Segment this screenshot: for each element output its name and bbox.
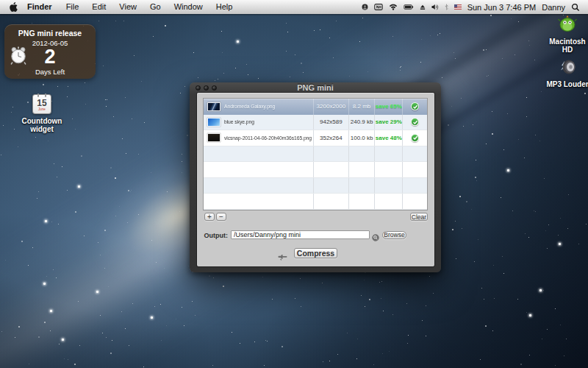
menu-bar: Finder File Edit View Go Window Help <box>0 0 588 14</box>
close-button[interactable] <box>196 85 201 91</box>
desktop-icon-macintosh-hd[interactable]: Macintosh HD <box>538 15 588 54</box>
clear-button[interactable]: Clear <box>410 213 428 221</box>
add-file-button[interactable]: + <box>204 213 215 221</box>
check-icon <box>411 102 419 110</box>
browse-button[interactable]: Browse <box>382 231 406 239</box>
status-cell <box>402 115 427 130</box>
search-folder-icon[interactable] <box>372 231 379 244</box>
menu-finder[interactable]: Finder <box>21 0 60 14</box>
countdown-widget-shortcut[interactable]: 15 June Countdown widget <box>12 94 71 133</box>
file-table: Andromeda Galaxy.png 3200x2000 8.2 mb sa… <box>203 98 428 210</box>
notification-icon[interactable] <box>374 4 383 10</box>
apple-menu[interactable] <box>0 2 21 12</box>
menu-view[interactable]: View <box>112 0 143 14</box>
widget-title: PNG mini release <box>4 29 96 38</box>
menu-file[interactable]: File <box>60 0 86 14</box>
pointing-hand-icon <box>277 251 287 264</box>
menu-help[interactable]: Help <box>209 0 240 14</box>
table-row-empty <box>204 178 427 194</box>
menu-go[interactable]: Go <box>143 0 168 14</box>
countdown-widget[interactable]: PNG mini release 2012-06-05 2 Days Left <box>4 24 96 79</box>
window-content: Andromeda Galaxy.png 3200x2000 8.2 mb sa… <box>197 93 434 266</box>
desktop-icon-mp3-louder[interactable]: MP3 Louder <box>538 58 588 88</box>
table-row[interactable]: Andromeda Galaxy.png 3200x2000 8.2 mb sa… <box>204 99 427 115</box>
png-mini-window: PNG mini Andromeda Galaxy.png 3200x2000 … <box>190 82 441 272</box>
mp3-louder-icon <box>558 58 577 76</box>
window-title: PNG mini <box>190 82 441 93</box>
table-row-empty <box>204 194 427 210</box>
file-name-cell: blue skye.png <box>204 115 313 130</box>
countdown-widget-label: Countdown widget <box>12 117 71 133</box>
thumbnail-galaxy <box>207 102 220 111</box>
desktop: Finder File Edit View Go Window Help <box>0 0 588 368</box>
output-path-field[interactable] <box>231 230 370 239</box>
macintosh-hd-label: Macintosh HD <box>538 38 588 54</box>
size-cell: 100.0 kb <box>348 130 375 146</box>
wifi-icon[interactable] <box>389 4 398 10</box>
remove-file-button[interactable]: − <box>216 213 226 221</box>
eject-icon[interactable] <box>420 4 426 10</box>
battery-icon[interactable] <box>404 4 414 10</box>
menu-clock[interactable]: Sun Jun 3 7:46 PM <box>467 3 537 12</box>
apple-icon <box>10 2 18 12</box>
bluetooth-icon[interactable] <box>445 4 448 10</box>
alarm-clock-icon <box>10 46 27 66</box>
savings-cell: save 29% <box>374 115 402 130</box>
dimensions-cell: 942x589 <box>313 115 348 130</box>
macintosh-hd-icon <box>556 15 578 33</box>
minimize-button[interactable] <box>204 85 209 91</box>
file-name-cell: Andromeda Galaxy.png <box>204 99 313 115</box>
compress-button[interactable]: Compress <box>294 248 337 258</box>
widget-days-label: Days Left <box>4 68 96 76</box>
check-icon <box>411 118 419 126</box>
volume-icon[interactable] <box>431 4 439 10</box>
calendar-icon[interactable]: 15 June <box>32 94 51 114</box>
dimensions-cell: 3200x2000 <box>313 99 348 115</box>
us-flag-icon[interactable] <box>454 4 462 10</box>
menu-edit[interactable]: Edit <box>85 0 112 14</box>
status-cell <box>402 130 427 146</box>
thumbnail-sky <box>207 118 220 127</box>
table-row-empty <box>204 162 427 178</box>
savings-cell: save 65% <box>374 99 402 115</box>
calendar-month: June <box>33 107 51 111</box>
status-cell <box>402 99 427 115</box>
file-name-cell: vlcsnap-2011-04-06-20h40m36s165.png <box>204 130 313 146</box>
menu-user[interactable]: Danny <box>542 3 565 12</box>
table-row[interactable]: blue skye.png 942x589 240.9 kb save 29% <box>204 115 427 131</box>
size-cell: 8.2 mb <box>348 99 375 115</box>
user-icon[interactable] <box>362 4 368 10</box>
menu-items: Finder File Edit View Go Window Help <box>21 0 239 14</box>
mp3-louder-label: MP3 Louder <box>538 80 588 88</box>
savings-cell: save 48% <box>374 130 402 146</box>
title-bar[interactable]: PNG mini <box>190 82 441 93</box>
check-icon <box>411 134 419 142</box>
calendar-day: 15 <box>33 99 51 107</box>
thumbnail-vlcsnap <box>207 133 220 142</box>
table-row-empty <box>204 146 427 163</box>
dimensions-cell: 352x264 <box>313 130 348 146</box>
menu-window[interactable]: Window <box>168 0 209 14</box>
output-label: Output: <box>197 232 228 239</box>
size-cell: 240.9 kb <box>348 115 375 130</box>
table-row[interactable]: vlcsnap-2011-04-06-20h40m36s165.png 352x… <box>204 130 427 146</box>
spotlight-icon[interactable] <box>571 3 580 12</box>
zoom-button[interactable] <box>212 85 217 91</box>
